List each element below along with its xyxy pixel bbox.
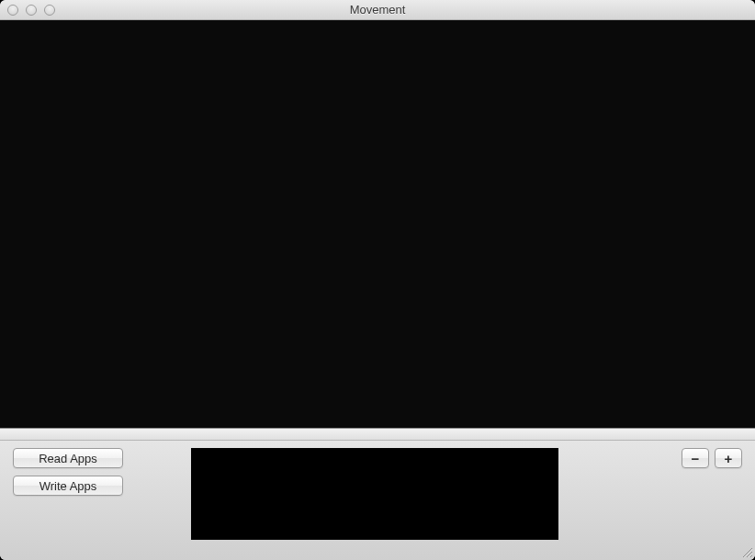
traffic-lights (0, 5, 55, 16)
zoom-window-button[interactable] (44, 5, 55, 16)
left-button-group: Read Apps Write Apps (13, 448, 123, 496)
write-apps-button[interactable]: Write Apps (13, 476, 123, 496)
main-canvas-area[interactable] (0, 20, 755, 428)
minus-icon: − (692, 452, 700, 465)
app-window: Movement Read Apps Write Apps − + (0, 0, 755, 560)
panel-divider (0, 428, 755, 441)
preview-area[interactable] (191, 448, 558, 540)
titlebar[interactable]: Movement (0, 0, 755, 20)
bottom-panel: Read Apps Write Apps − + (0, 441, 755, 560)
plus-icon: + (725, 452, 733, 465)
remove-button[interactable]: − (682, 448, 709, 468)
resize-grip[interactable] (740, 545, 753, 558)
add-button[interactable]: + (715, 448, 742, 468)
window-title: Movement (350, 3, 406, 17)
read-apps-button[interactable]: Read Apps (13, 448, 123, 468)
close-window-button[interactable] (7, 5, 18, 16)
minimize-window-button[interactable] (26, 5, 37, 16)
right-button-group: − + (682, 448, 742, 468)
